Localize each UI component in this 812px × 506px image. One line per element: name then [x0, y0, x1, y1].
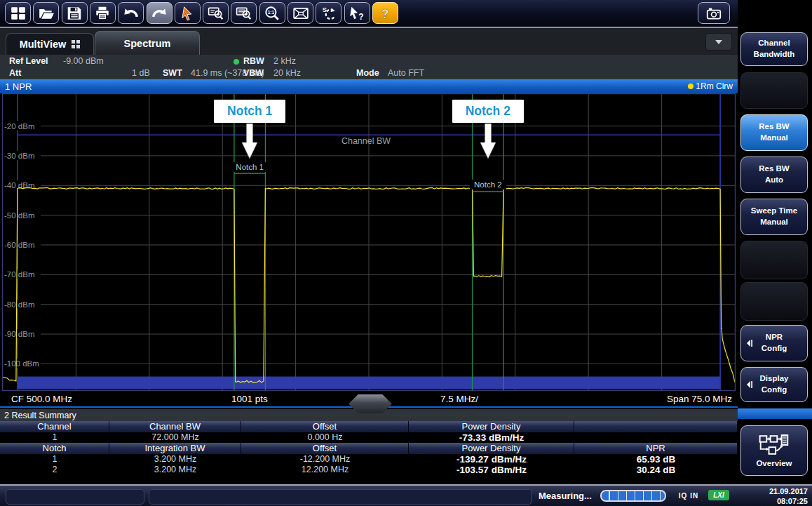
spectrum-chart[interactable]: -20 dBm-30 dBm-40 dBm-50 dBm-60 dBm-70 d…	[0, 93, 738, 392]
table-cell: 65.93 dB	[574, 454, 738, 465]
softkey-label-line: Auto	[765, 175, 783, 186]
table-cell: 0.000 Hz	[241, 432, 409, 443]
zoom-1-1-button[interactable]: 1:1	[259, 2, 285, 24]
softkey-empty-1[interactable]	[740, 72, 808, 109]
windows-button[interactable]	[5, 2, 31, 24]
table-cell: 1	[0, 432, 109, 443]
span[interactable]: Span 75.0 MHz	[667, 394, 732, 404]
print-button[interactable]	[90, 2, 116, 24]
tab-multiview[interactable]: MultiView	[6, 33, 94, 55]
select-icon	[179, 6, 196, 21]
help-pointer-button[interactable]: ?	[344, 2, 370, 24]
softkey-label-line: Sweep Time	[751, 206, 797, 217]
table-cell: 3.200 MHz	[109, 454, 241, 465]
mode-value[interactable]: Auto FFT	[388, 68, 424, 78]
iq-in-label: IQ IN	[679, 492, 698, 500]
chart-canvas: -20 dBm-30 dBm-40 dBm-50 dBm-60 dBm-70 d…	[0, 93, 738, 392]
table-header-row: NotchIntegration BWOffsetPower DensityNP…	[0, 443, 738, 454]
help-button[interactable]: ?	[372, 2, 398, 24]
tab-dropdown-button[interactable]	[705, 33, 732, 51]
overview-label: Overview	[756, 459, 792, 467]
column-header: Integration BW	[109, 443, 241, 454]
svg-text:Notch 1: Notch 1	[236, 163, 264, 171]
help-pointer-icon: ?	[349, 6, 365, 21]
svg-text:-100 dBm: -100 dBm	[4, 359, 39, 368]
softkey-label-line: Display	[760, 373, 789, 385]
softkey-res-bw-manual[interactable]: Res BWManual	[740, 114, 808, 151]
rbw-value[interactable]: 2 kHz	[273, 56, 296, 66]
table-row: 23.200 MHz12.200 MHz-103.57 dBm/Hz30.24 …	[0, 465, 738, 475]
att-value[interactable]: 1 dB	[132, 68, 150, 78]
softkey-empty-5[interactable]	[740, 241, 808, 279]
table-cell: 1	[0, 454, 109, 465]
vbw-value[interactable]: 20 kHz	[273, 68, 301, 78]
softkey-empty-6[interactable]	[740, 282, 808, 321]
open-dialog-arrow-icon	[746, 380, 753, 389]
rbw-coupled-indicator-icon	[234, 59, 239, 65]
single-sweep-button[interactable]: S	[316, 2, 341, 24]
multiview-grid-icon	[72, 40, 80, 48]
table-cell: -103.57 dBm/Hz	[409, 465, 574, 475]
softkey-display-config[interactable]: DisplayConfig	[740, 367, 808, 402]
table-cell: 30.24 dB	[574, 465, 738, 475]
table-cell: -12.200 MHz	[241, 454, 409, 465]
svg-text:?: ?	[381, 6, 389, 20]
zoom-screen-button[interactable]	[203, 2, 229, 24]
redo-button[interactable]	[147, 2, 172, 24]
softkey-label-line: Res BW	[759, 164, 789, 175]
table-cell: -139.27 dBm/Hz	[409, 454, 574, 465]
save-button[interactable]	[62, 2, 88, 24]
window-title: 1 NPR	[5, 81, 32, 92]
swt-label: SWT	[163, 68, 182, 78]
overview-button[interactable]: Overview	[740, 425, 808, 476]
svg-text:-90 dBm: -90 dBm	[4, 330, 34, 338]
trace-info: 1Rm Clrw	[688, 81, 733, 91]
svg-text:-40 dBm: -40 dBm	[4, 181, 34, 189]
softkey-label-line: Bandwidth	[754, 49, 795, 60]
select-button[interactable]	[175, 2, 201, 24]
center-frequency[interactable]: CF 500.0 MHz	[11, 394, 72, 404]
column-header: Channel	[0, 421, 109, 432]
sweep-progress-bar	[600, 490, 666, 502]
svg-text:-60 dBm: -60 dBm	[4, 241, 34, 249]
print-icon	[94, 6, 111, 21]
notch-2-callout-arrow-icon	[480, 124, 496, 160]
zoom-screen-icon	[208, 6, 224, 21]
zoom-1-1-icon: 1:1	[264, 6, 280, 21]
tab-spectrum-label: Spectrum	[124, 38, 171, 49]
tab-spectrum[interactable]: Spectrum	[95, 31, 200, 55]
mhz-per-div: 7.5 MHz/	[440, 394, 478, 404]
svg-text:-20 dBm: -20 dBm	[4, 122, 34, 131]
svg-text:S: S	[323, 6, 327, 13]
svg-text:-50 dBm: -50 dBm	[4, 211, 34, 220]
tab-multiview-label: MultiView	[20, 39, 67, 50]
softkey-sweep-time-manual[interactable]: Sweep TimeManual	[740, 199, 808, 235]
open-button[interactable]	[33, 2, 59, 24]
notch-1-callout-arrow-icon	[241, 124, 258, 160]
display-icon	[292, 6, 309, 21]
column-header: Notch	[0, 443, 109, 454]
softkey-label-line: Config	[762, 343, 787, 354]
screenshot-button[interactable]	[698, 2, 730, 24]
column-header: Offset	[241, 421, 409, 432]
softkey-res-bw-auto[interactable]: Res BWAuto	[740, 157, 808, 193]
table-cell: 72.000 MHz	[109, 432, 241, 443]
softkey-label-line: NPR	[766, 332, 783, 343]
column-header: Power Density	[409, 421, 574, 432]
redo-icon	[151, 6, 168, 21]
softkey-npr-config[interactable]: NPRConfig	[740, 325, 808, 361]
window-title-bar: 1 NPR 1Rm Clrw	[0, 79, 738, 93]
column-header: Channel BW	[109, 421, 241, 432]
zoom-channel-button[interactable]	[231, 2, 257, 24]
status-message-area-1	[6, 489, 144, 505]
table-header-row: ChannelChannel BWOffsetPower Density	[0, 421, 738, 432]
softkey-channel-bandwidth[interactable]: ChannelBandwidth	[740, 32, 808, 66]
undo-button[interactable]	[118, 2, 144, 24]
windows-icon	[10, 6, 27, 21]
open-dialog-arrow-icon	[746, 339, 753, 347]
lxi-logo: LXI	[708, 490, 729, 500]
save-icon	[66, 6, 83, 21]
ref-level-value[interactable]: -9.00 dBm	[63, 56, 104, 66]
display-button[interactable]	[287, 2, 313, 24]
chevron-down-icon	[715, 40, 722, 44]
